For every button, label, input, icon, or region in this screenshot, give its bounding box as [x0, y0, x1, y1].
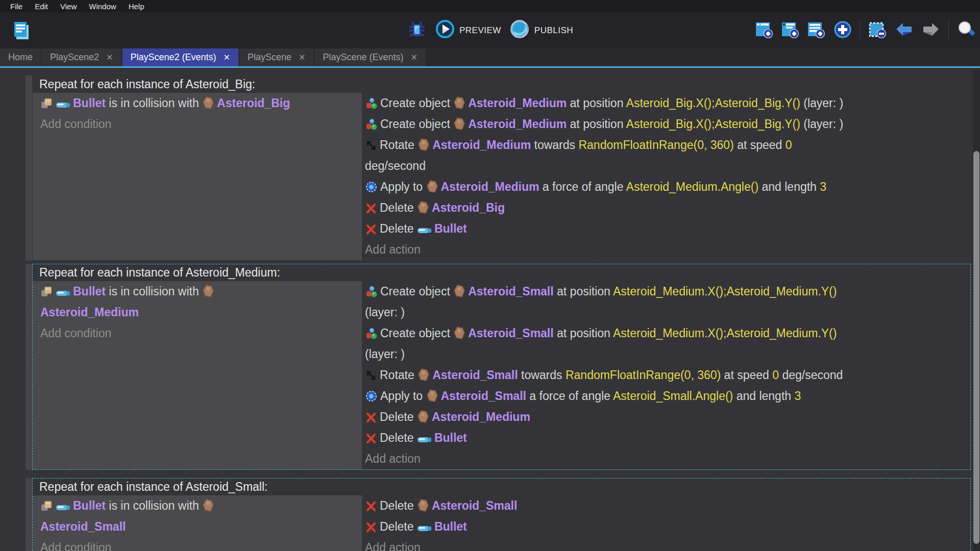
create-icon — [365, 327, 378, 340]
menu-file[interactable]: File — [4, 2, 29, 11]
plain-text: Rotate — [380, 368, 418, 382]
actions-panel: Create object Asteroid_Small at position… — [362, 281, 970, 469]
tab-playscene2[interactable]: PlayScene2 ✕ — [42, 48, 121, 66]
action-line[interactable]: Create object Asteroid_Medium at positio… — [365, 93, 970, 114]
tab-close-icon[interactable]: ✕ — [411, 53, 418, 62]
tab-label: PlayScene (Events) — [323, 52, 403, 63]
preview-button[interactable]: PREVIEW — [435, 19, 501, 41]
tab-bar: Home PlayScene2 ✕ PlayScene2 (Events) ✕ … — [0, 48, 980, 68]
object-name: Asteroid_Medium — [468, 96, 567, 110]
search-icon[interactable] — [957, 20, 976, 41]
plain-text: at position — [567, 117, 626, 131]
action-line[interactable]: Rotate Asteroid_Small towards RandomFloa… — [365, 365, 970, 386]
asteroid-icon — [417, 410, 429, 423]
event-gutter[interactable] — [26, 264, 32, 470]
vertical-scrollbar[interactable] — [973, 69, 980, 551]
action-line[interactable]: Delete Bullet — [365, 516, 970, 537]
tab-playscene[interactable]: PlayScene ✕ — [239, 48, 313, 66]
event-gutter[interactable] — [26, 478, 32, 551]
tab-label: PlayScene2 (Events) — [131, 52, 216, 63]
delete-icon — [365, 202, 377, 214]
create-icon — [365, 118, 378, 131]
action-line[interactable]: Delete Asteroid_Small — [365, 495, 970, 516]
condition-line[interactable]: Bullet is in collision with Asteroid_Big — [40, 93, 362, 114]
event-gutter[interactable] — [26, 76, 32, 261]
asteroid-icon — [417, 201, 429, 214]
debug-icon[interactable] — [407, 19, 427, 42]
plain-text: (layer: ) — [800, 96, 843, 110]
play-preview-icon — [435, 19, 455, 41]
action-line[interactable]: Apply to Asteroid_Medium a force of angl… — [365, 177, 970, 197]
action-line[interactable]: Delete Bullet — [365, 218, 970, 239]
event-header[interactable]: Repeat for each instance of Asteroid_Big… — [33, 76, 970, 93]
object-name: Asteroid_Small — [40, 520, 126, 533]
add-action-button[interactable]: Add action — [365, 239, 970, 260]
bullet-icon — [56, 101, 70, 110]
plain-text: and length — [733, 389, 794, 403]
publish-button[interactable]: PUBLISH — [509, 19, 573, 42]
object-name: Asteroid_Medium — [432, 138, 531, 152]
rotate-icon — [365, 369, 377, 382]
menu-window[interactable]: Window — [83, 2, 122, 11]
action-line[interactable]: Delete Asteroid_Medium — [365, 407, 970, 428]
delete-icon — [365, 223, 377, 235]
expression-text: 0 — [786, 138, 792, 152]
action-line[interactable]: Create object Asteroid_Small at position… — [365, 323, 970, 365]
action-line[interactable]: Create object Asteroid_Small at position… — [365, 281, 970, 323]
event-header[interactable]: Repeat for each instance of Asteroid_Sma… — [33, 479, 970, 495]
object-name: Asteroid_Big — [217, 96, 290, 110]
add-action-button[interactable]: Add action — [365, 448, 970, 469]
add-action-button[interactable]: Add action — [365, 537, 970, 551]
condition-line[interactable]: Bullet is in collision with Asteroid_Sma… — [40, 495, 362, 537]
delete-icon — [365, 521, 377, 533]
action-line[interactable]: Apply to Asteroid_Small a force of angle… — [365, 386, 970, 407]
action-line[interactable]: Create object Asteroid_Medium at positio… — [365, 114, 970, 135]
object-name: Asteroid_Medium — [441, 180, 540, 193]
tab-playscene-events[interactable]: PlayScene (Events) ✕ — [314, 48, 425, 66]
event-header[interactable]: Repeat for each instance of Asteroid_Med… — [33, 264, 970, 281]
publish-globe-icon — [509, 19, 530, 42]
create-icon — [365, 97, 378, 110]
plain-text: and length — [758, 180, 820, 193]
redo-icon[interactable] — [921, 20, 941, 41]
action-line[interactable]: Delete Bullet — [365, 428, 970, 448]
project-manager-icon[interactable] — [11, 20, 33, 41]
tab-close-icon[interactable]: ✕ — [299, 53, 305, 62]
actions-panel: Delete Asteroid_SmallDelete BulletAdd ac… — [362, 495, 970, 551]
menu-edit[interactable]: Edit — [29, 2, 54, 11]
expression-text: Asteroid_Medium.Angle() — [626, 180, 759, 193]
action-line[interactable]: Delete Asteroid_Big — [365, 197, 970, 218]
expression-text: 3 — [794, 389, 801, 403]
add-comment-icon[interactable] — [807, 20, 825, 41]
add-condition-button[interactable]: Add condition — [40, 114, 362, 135]
object-name: Asteroid_Medium — [468, 117, 567, 131]
toolbar-separator — [860, 19, 861, 42]
add-subevent-icon[interactable] — [781, 20, 799, 41]
bullet-icon — [417, 435, 432, 444]
add-condition-button[interactable]: Add condition — [40, 537, 362, 551]
tab-close-icon[interactable]: ✕ — [106, 53, 113, 62]
plain-text: (layer: ) — [365, 306, 405, 319]
add-event-icon[interactable] — [755, 20, 773, 41]
plain-text: at speed — [721, 368, 772, 382]
add-condition-button[interactable]: Add condition — [40, 323, 362, 344]
undo-icon[interactable] — [894, 20, 914, 41]
tab-playscene2-events[interactable]: PlayScene2 (Events) ✕ — [122, 48, 239, 66]
object-name: Bullet — [73, 285, 106, 298]
plain-text: deg/second — [365, 159, 426, 172]
object-name: Asteroid_Big — [432, 201, 505, 214]
action-line[interactable]: Rotate Asteroid_Medium towards RandomFlo… — [365, 135, 970, 177]
tab-close-icon[interactable]: ✕ — [224, 53, 230, 62]
object-name: Asteroid_Small — [468, 327, 553, 340]
menu-view[interactable]: View — [54, 2, 83, 11]
tab-home[interactable]: Home — [0, 48, 41, 66]
conditions-panel: Bullet is in collision with Asteroid_Sma… — [33, 495, 362, 551]
menu-help[interactable]: Help — [122, 2, 151, 11]
condition-line[interactable]: Bullet is in collision with Asteroid_Med… — [40, 281, 362, 323]
event-block: Repeat for each instance of Asteroid_Med… — [26, 264, 971, 470]
add-event-circle-icon[interactable] — [833, 20, 852, 41]
scrollbar-thumb[interactable] — [973, 151, 979, 544]
plain-text: Rotate — [380, 138, 418, 152]
collision-icon — [40, 499, 53, 512]
delete-event-icon[interactable] — [868, 20, 887, 41]
